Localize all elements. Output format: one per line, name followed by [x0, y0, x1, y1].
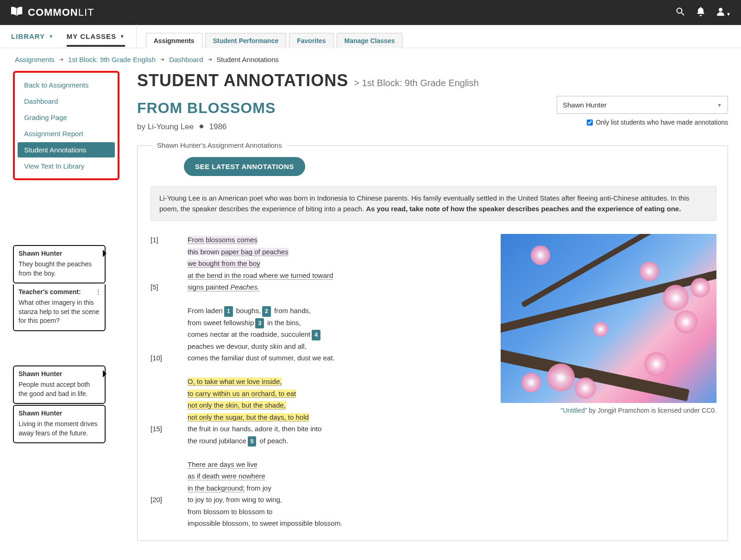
- fieldset-legend: Shawn Hunter's Assignment Annotations: [152, 141, 287, 149]
- poem-year: 1986: [209, 122, 227, 131]
- caret-down-icon: ▼: [717, 102, 722, 108]
- poem-span: in the bins,: [265, 319, 301, 327]
- annotation-tag[interactable]: 4: [312, 330, 320, 340]
- poem-span: from sweet fellowship: [188, 319, 254, 327]
- poem-line[interactable]: to carry within us an orchard, to eat: [188, 390, 296, 397]
- tab-area: Assignments Student Performance Favorite…: [136, 25, 403, 48]
- poem-line[interactable]: not only the skin, but the shade,: [188, 401, 286, 409]
- see-latest-annotations-button[interactable]: SEE LATEST ANNOTATIONS: [184, 157, 305, 176]
- nav-library[interactable]: LIBRARY ▼: [11, 32, 54, 40]
- line-num: [1]: [151, 234, 188, 246]
- poem-line: peaches we devour, dusty skin and all,: [188, 342, 307, 350]
- blossom-photo: [501, 234, 716, 403]
- note-author: Shawn Hunter: [14, 246, 105, 260]
- poem-line: from blossom to blossom to: [188, 508, 272, 516]
- search-icon[interactable]: [676, 7, 684, 18]
- user-menu[interactable]: ▼: [717, 7, 731, 18]
- note-body: They bought the peaches from the boy.: [14, 260, 105, 283]
- poem-span[interactable]: Peaches.: [231, 283, 260, 291]
- caret-down-icon: ▼: [47, 34, 54, 39]
- tab-manage-classes[interactable]: Manage Classes: [337, 33, 403, 48]
- crumb-block[interactable]: 1st Block: 9th Grade English: [68, 56, 156, 63]
- nav-row: LIBRARY ▼ MY CLASSES ▼ Assignments Stude…: [0, 25, 741, 48]
- intro-box: Li-Young Lee is an American poet who was…: [151, 186, 716, 221]
- poem-line[interactable]: There are days we live: [188, 460, 257, 468]
- poem-line[interactable]: at the bend in the road where we turned …: [188, 271, 333, 279]
- only-annotated-label: Only list students who have made annotat…: [596, 119, 728, 126]
- chevron-right-icon: ➔: [208, 57, 212, 63]
- chevron-right-icon: ➔: [59, 57, 63, 63]
- note-body: Living in the moment drives away fears o…: [14, 420, 105, 442]
- poem-span: from joy: [245, 484, 271, 492]
- poem-line[interactable]: as if death were nowhere: [188, 472, 265, 480]
- annotation-note[interactable]: Shawn Hunter They bought the peaches fro…: [13, 245, 106, 283]
- note-author: Shawn Hunter: [14, 406, 105, 420]
- image-caption-link[interactable]: "Untitled": [560, 407, 587, 414]
- tab-assignments[interactable]: Assignments: [146, 33, 202, 48]
- side-dashboard[interactable]: Dashboard: [18, 94, 115, 109]
- crumb-dashboard[interactable]: Dashboard: [169, 56, 203, 63]
- crumb-assignments[interactable]: Assignments: [15, 56, 55, 63]
- poem-line[interactable]: O, to take what we love inside,: [188, 378, 282, 385]
- side-view-text-in-library[interactable]: View Text In Library: [18, 158, 115, 174]
- caret-down-icon: ▼: [118, 34, 125, 39]
- annotation-tag[interactable]: 1: [224, 306, 233, 317]
- page-subtitle: > 1st Block: 9th Grade English: [354, 78, 479, 88]
- poem-span[interactable]: paper bag of peaches: [221, 248, 289, 256]
- only-annotated-checkbox[interactable]: [587, 120, 593, 126]
- side-student-annotations[interactable]: Student Annotations: [18, 142, 115, 157]
- intro-bold: As you read, take note of how the speake…: [366, 205, 681, 213]
- bell-icon[interactable]: [697, 7, 705, 18]
- line-num: [20]: [151, 494, 188, 506]
- nav-myclasses[interactable]: MY CLASSES ▼: [67, 26, 125, 47]
- nav-myclasses-label: MY CLASSES: [67, 32, 116, 40]
- brand[interactable]: COMMONLIT: [10, 6, 94, 19]
- line-numbers: [1] [5] [10] [15] [20]: [151, 234, 188, 529]
- teacher-comment-note[interactable]: ⋮ Teacher's comment: What other imagery …: [13, 284, 106, 331]
- note-body: People must accept both the good and bad…: [14, 380, 105, 403]
- annotations-fieldset: Shawn Hunter's Assignment Annotations SE…: [137, 145, 728, 541]
- annotation-tag[interactable]: 3: [255, 318, 264, 329]
- poem-span[interactable]: this brown: [188, 248, 221, 256]
- main-column: STUDENT ANNOTATIONS > 1st Block: 9th Gra…: [133, 71, 728, 541]
- student-select[interactable]: Shawn Hunter ▼: [557, 96, 728, 114]
- kebab-menu-icon[interactable]: ⋮: [95, 288, 101, 296]
- side-back-to-assignments[interactable]: Back to Assignments: [18, 77, 115, 93]
- image-caption: "Untitled" by Jongjit Pramchom is licens…: [501, 407, 716, 414]
- poem-line[interactable]: we bought from the boy: [188, 259, 260, 267]
- poem-span[interactable]: signs painted: [188, 283, 231, 291]
- poem-span: comes nectar at the roadside, succulent: [188, 330, 310, 338]
- annotation-note[interactable]: Shawn Hunter People must accept both the…: [13, 365, 106, 404]
- poem-line: to joy to joy, from wing to wing,: [188, 496, 282, 503]
- line-num: [5]: [151, 281, 188, 293]
- poem-title: FROM BLOSSOMS: [137, 100, 276, 117]
- side-assignment-report[interactable]: Assignment Report: [18, 126, 115, 141]
- note-author: Shawn Hunter: [14, 366, 105, 380]
- poem-span[interactable]: in the background;: [188, 484, 245, 492]
- page-title: STUDENT ANNOTATIONS: [137, 71, 348, 90]
- note-teacher-header: Teacher's comment:: [14, 284, 105, 298]
- poem-span: From laden: [188, 307, 223, 315]
- nav-library-label: LIBRARY: [11, 32, 45, 40]
- poem-line: the fruit in our hands, adore it, then b…: [188, 425, 321, 433]
- brand-light: LIT: [78, 6, 94, 18]
- annotation-tag[interactable]: 2: [262, 306, 271, 317]
- brand-bold: COMMON: [28, 6, 78, 18]
- image-caption-text: by Jongjit Pramchom is licensed under CC…: [587, 407, 716, 414]
- poem-line[interactable]: From blossoms comes: [188, 236, 257, 244]
- poem-text: From blossoms comes this brown paper bag…: [188, 234, 485, 529]
- side-column: Back to Assignments Dashboard Grading Pa…: [13, 71, 133, 541]
- side-grading-page[interactable]: Grading Page: [18, 110, 115, 125]
- tab-student-performance[interactable]: Student Performance: [205, 33, 287, 48]
- tab-favorites[interactable]: Favorites: [289, 33, 333, 48]
- book-icon: [10, 6, 23, 19]
- student-select-value: Shawn Hunter: [563, 101, 607, 109]
- poem-span: from hands,: [272, 307, 311, 315]
- poem-meta: by Li-Young Lee 1986: [137, 122, 276, 132]
- annotation-notes-column: Shawn Hunter They bought the peaches fro…: [13, 245, 133, 443]
- poem-line: comes the familiar dust of summer, dust …: [188, 354, 335, 362]
- annotation-tag[interactable]: 5: [248, 436, 257, 447]
- chevron-right-icon: ➔: [160, 57, 164, 63]
- annotation-note[interactable]: Shawn Hunter Living in the moment drives…: [13, 405, 106, 443]
- poem-line[interactable]: not only the sugar, but the days, to hol…: [188, 413, 309, 421]
